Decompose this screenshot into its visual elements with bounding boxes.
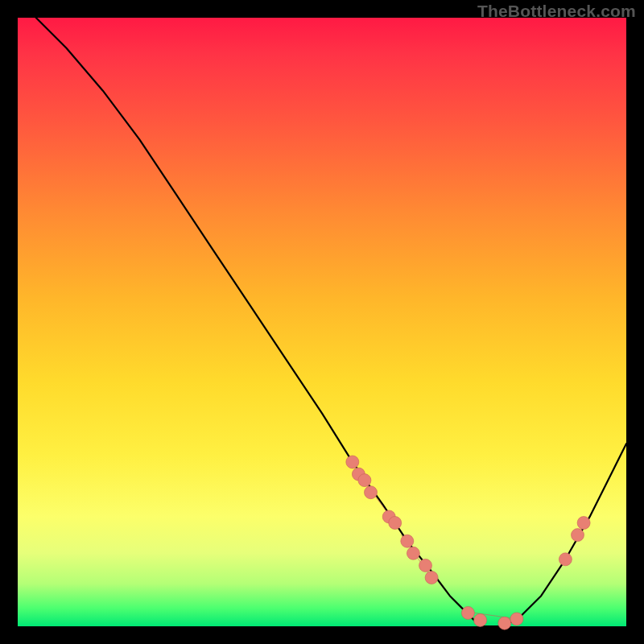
marker-dot	[407, 547, 419, 559]
marker-dot	[358, 474, 371, 487]
marker-dot	[510, 613, 523, 625]
marker-dot	[461, 606, 474, 619]
chart-plot-area	[18, 18, 626, 626]
marker-dot	[559, 553, 572, 566]
bottleneck-curve	[36, 18, 626, 626]
marker-dot	[498, 617, 511, 630]
marker-dot	[346, 456, 359, 469]
marker-dot	[419, 559, 432, 572]
marker-dot	[474, 613, 487, 626]
marker-dot	[401, 535, 414, 547]
chart-svg	[18, 18, 626, 626]
marker-dot	[425, 572, 438, 584]
marker-dot-group	[346, 456, 590, 630]
watermark-text: TheBottleneck.com	[477, 2, 636, 21]
marker-dot	[389, 517, 402, 530]
marker-dot	[572, 529, 584, 542]
marker-pill-group	[358, 474, 517, 619]
marker-dot	[577, 517, 590, 530]
marker-dot	[365, 486, 378, 499]
